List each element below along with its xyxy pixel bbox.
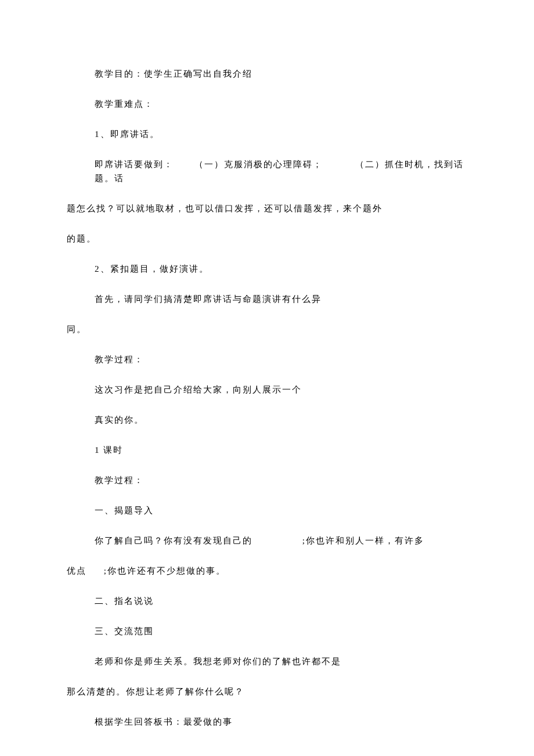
text-line: 的题。: [67, 232, 467, 246]
text-line: 三、交流范围: [67, 624, 467, 638]
text-line: 教学目的：使学生正确写出自我介绍: [67, 67, 467, 81]
text-line: 你了解自己吗？你有没有发现自己的 ;你也许和别人一样，有许多: [67, 534, 467, 548]
text-line: 首先，请同学们搞清楚即席讲话与命题演讲有什么异: [67, 292, 467, 306]
text-line: 题怎么找？可以就地取材，也可以借口发挥，还可以借题发挥，来个题外: [67, 201, 467, 215]
text-line: 二、指名说说: [67, 594, 467, 608]
text-span: 优点: [67, 566, 86, 575]
text-line: 老师和你是师生关系。我想老师对你们的了解也许都不是: [67, 654, 467, 668]
text-line: 2、紧扣题目，做好演讲。: [67, 262, 467, 276]
text-line: 教学过程：: [67, 352, 467, 366]
text-line: 教学重难点：: [67, 97, 467, 111]
document-body: 教学目的：使学生正确写出自我介绍 教学重难点： 1、即席讲话。 即席讲话要做到：…: [67, 67, 467, 729]
text-line: 1、即席讲话。: [67, 127, 467, 141]
text-line: 根据学生回答板书：最爱做的事: [67, 715, 467, 729]
text-line: 1 课时: [67, 443, 467, 457]
text-line: 优点 ;你也许还有不少想做的事。: [67, 564, 467, 578]
text-span: 你了解自己吗？你有没有发现自己的: [95, 536, 252, 545]
text-span: 即席讲话要做到：: [95, 160, 174, 169]
text-line: 那么清楚的。你想让老师了解你什么呢？: [67, 685, 467, 699]
text-line: 即席讲话要做到： （一）克服消极的心理障碍； （二）抓住时机，找到话题。话: [67, 157, 467, 185]
text-span: （一）克服消极的心理障碍；: [194, 160, 323, 169]
text-span: ;你也许和别人一样，有许多: [302, 536, 424, 545]
text-line: 同。: [67, 322, 467, 336]
text-span: ;你也许还有不少想做的事。: [104, 566, 226, 575]
text-line: 一、揭题导入: [67, 503, 467, 517]
text-line: 教学过程：: [67, 473, 467, 487]
text-line: 这次习作是把自己介绍给大家，向别人展示一个: [67, 383, 467, 397]
text-line: 真实的你。: [67, 413, 467, 427]
